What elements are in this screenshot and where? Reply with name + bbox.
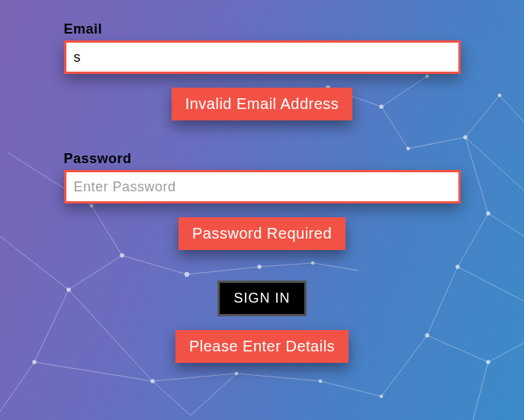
email-label: Email [64,21,461,37]
email-input[interactable] [64,40,461,74]
email-error: Invalid Email Address [172,88,353,120]
form-error: Please Enter Details [175,330,349,363]
password-label: Password [64,151,461,167]
svg-point-47 [498,94,501,97]
svg-line-8 [153,381,191,415]
svg-point-35 [151,380,155,383]
svg-line-31 [320,381,381,396]
password-input[interactable] [64,170,461,204]
svg-line-28 [488,343,524,362]
signin-button[interactable]: SIGN IN [217,281,306,316]
svg-line-32 [236,374,320,381]
svg-line-10 [191,374,236,415]
svg-line-9 [153,374,236,381]
password-field-block: Password [64,151,461,204]
password-error: Password Required [178,217,346,250]
svg-point-41 [235,372,238,375]
svg-line-23 [488,213,524,236]
email-field-block: Email [64,21,461,74]
svg-line-7 [0,362,34,412]
svg-line-29 [473,362,488,420]
signin-form: Email Invalid Email Address Password Pas… [34,0,491,363]
svg-line-20 [500,95,524,122]
svg-point-53 [319,380,322,383]
svg-line-2 [34,362,153,381]
svg-point-52 [380,395,383,398]
